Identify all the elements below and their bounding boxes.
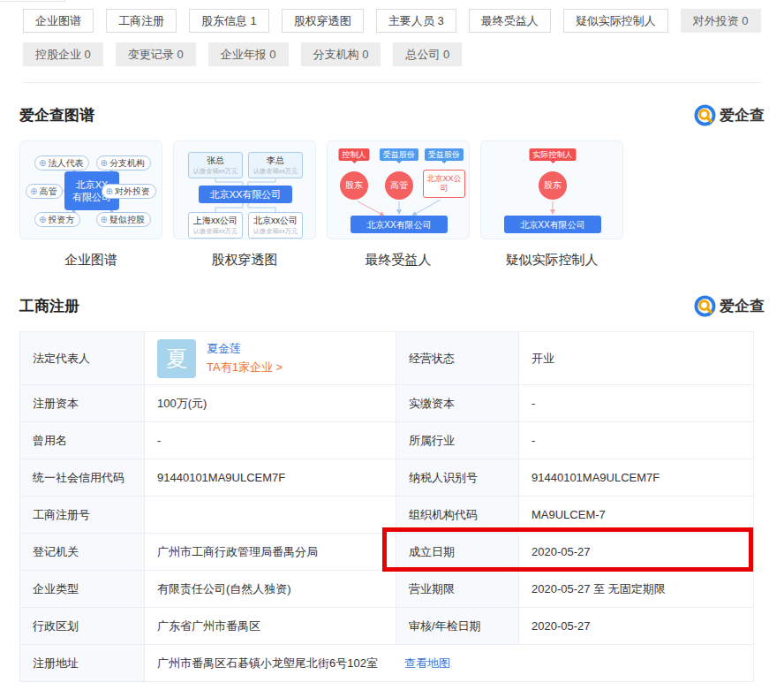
registration-section-title: 工商注册 xyxy=(19,296,79,316)
node-shareholder: 股东 xyxy=(539,171,567,200)
tab-equity-penetration[interactable]: 股权穿透图 xyxy=(282,9,364,33)
tab-change-records[interactable]: 变更记录 0 xyxy=(116,42,196,66)
row-value: - xyxy=(519,422,754,459)
card-ultimate-beneficiary[interactable]: 控制人 受益股份 受益股份 股东 高管 北京XX公司 北京XX有限公司 xyxy=(327,140,470,239)
page: 企业图谱 工商注册 股东信息 1 股权穿透图 主要人员 3 最终受益人 疑似实际… xyxy=(0,0,784,690)
tab-shareholders[interactable]: 股东信息 1 xyxy=(189,9,269,33)
center-company-node: 北京XX有限公司 xyxy=(199,186,292,203)
table-row-establishment-date: 登记机关 广州市工商行政管理局番禺分局 成立日期 2020-05-27 xyxy=(20,534,754,571)
address-cell: 广州市番禺区石碁镇小龙塱尾北街6号102室 查看地图 xyxy=(145,645,754,682)
node-investments: ⊕对外投资 xyxy=(102,184,156,199)
tab-row-2: 控股企业 0 变更记录 0 企业年报 0 分支机构 0 总公司 0 xyxy=(23,42,761,66)
graph-section: 爱企查图谱 爱企查 xyxy=(19,104,765,269)
caption-equity-penetration: 股权穿透图 xyxy=(173,252,316,269)
row-label: 行政区划 xyxy=(20,608,145,645)
caption-ultimate-beneficiary: 最终受益人 xyxy=(327,252,470,269)
node-legal-rep: ⊕法人代表 xyxy=(34,155,89,171)
row-label: 工商注册号 xyxy=(20,497,145,534)
tab-outbound-investment[interactable]: 对外投资 0 xyxy=(681,9,761,33)
aiqicha-logo: 爱企查 xyxy=(694,104,765,126)
tag-controller: 控制人 xyxy=(339,148,370,161)
establishment-date-value: 2020-05-27 xyxy=(519,534,754,571)
registered-address: 广州市番禺区石碁镇小龙塱尾北街6号102室 xyxy=(157,656,378,671)
center-company-node: 北京XX有限公司 xyxy=(504,216,601,233)
card-suspected-controller[interactable]: 实际控制人 股东 北京XX有限公司 xyxy=(480,140,623,239)
row-value: 开业 xyxy=(519,332,754,385)
shareholder-node: 张总 认缴金额xx万元 xyxy=(188,152,243,178)
node-related-company: 北京XX公司 xyxy=(423,170,465,198)
row-label: 审核/年检日期 xyxy=(396,608,519,645)
row-label: 登记机关 xyxy=(20,534,145,571)
row-value: 100万(元) xyxy=(145,385,396,422)
tag-actual-controller: 实际控制人 xyxy=(530,148,577,161)
row-label: 企业类型 xyxy=(20,571,145,608)
subsidiary-node: 上海xx公司 认缴金额xx万元 xyxy=(188,212,243,239)
caption-suspected-controller: 疑似实际控制人 xyxy=(480,252,623,269)
legal-rep-companies-link[interactable]: TA有1家企业 > xyxy=(207,360,283,375)
caption-company-graph: 企业图谱 xyxy=(19,252,162,269)
legal-rep-name-link[interactable]: 夏金莲 xyxy=(207,341,283,357)
shareholder-node: 李总 认缴金额xx万元 xyxy=(248,152,303,178)
divider xyxy=(23,82,761,83)
graph-cards: 北京XX 有限公司 ⊕法人代表 ⊕分支机构 ⊕高管 ⊕对外投资 ⊕投资方 ⊕疑似… xyxy=(19,140,765,239)
top-edge-divider xyxy=(0,0,65,2)
row-label: 组织机构代码 xyxy=(396,497,519,534)
aiqicha-logo: 爱企查 xyxy=(694,295,765,317)
table-row: 行政区划 广东省广州市番禺区 审核/年检日期 2020-05-27 xyxy=(20,608,754,645)
row-label: 所属行业 xyxy=(396,422,519,459)
row-value: - xyxy=(145,422,396,459)
card-company-graph[interactable]: 北京XX 有限公司 ⊕法人代表 ⊕分支机构 ⊕高管 ⊕对外投资 ⊕投资方 ⊕疑似… xyxy=(19,140,162,239)
tab-branches[interactable]: 分支机构 0 xyxy=(301,42,381,66)
graph-section-title: 爱企查图谱 xyxy=(19,105,94,125)
row-label: 经营状态 xyxy=(396,332,519,385)
plus-icon: ⊕ xyxy=(101,158,108,168)
row-label: 注册地址 xyxy=(20,645,145,682)
table-row: 统一社会信用代码 91440101MA9ULCEM7F 纳税人识别号 91440… xyxy=(20,459,754,497)
tag-beneficial-shares: 受益股份 xyxy=(380,148,418,161)
row-value: 广州市工商行政管理局番禺分局 xyxy=(145,534,396,571)
plus-icon: ⊕ xyxy=(39,158,46,168)
tab-key-personnel[interactable]: 主要人员 3 xyxy=(376,9,456,33)
card-captions: 企业图谱 股权穿透图 最终受益人 疑似实际控制人 xyxy=(19,252,765,269)
aiqicha-logo-text: 爱企查 xyxy=(720,296,765,316)
tab-head-office[interactable]: 总公司 0 xyxy=(393,42,462,66)
card-equity-penetration[interactable]: 张总 认缴金额xx万元 李总 认缴金额xx万元 北京XX有限公司 上海xx公司 … xyxy=(173,140,316,239)
row-label: 法定代表人 xyxy=(20,332,145,385)
tab-row-1: 企业图谱 工商注册 股东信息 1 股权穿透图 主要人员 3 最终受益人 疑似实际… xyxy=(23,9,761,33)
view-map-link[interactable]: 查看地图 xyxy=(404,656,450,671)
tab-business-registration[interactable]: 工商注册 xyxy=(106,9,177,33)
tab-bar: 企业图谱 工商注册 股东信息 1 股权穿透图 主要人员 3 最终受益人 疑似实际… xyxy=(0,0,784,83)
node-shareholder: 股东 xyxy=(340,171,368,200)
node-branches: ⊕分支机构 xyxy=(96,155,151,171)
tab-company-graph[interactable]: 企业图谱 xyxy=(23,9,94,33)
registration-section: 工商注册 爱企查 xyxy=(19,295,765,317)
tab-annual-reports[interactable]: 企业年报 0 xyxy=(208,42,289,66)
row-label: 营业期限 xyxy=(396,571,519,608)
aiqicha-logo-icon xyxy=(694,104,716,126)
tab-ultimate-beneficiary[interactable]: 最终受益人 xyxy=(469,9,551,33)
row-value: 广东省广州市番禺区 xyxy=(145,608,396,645)
row-value: MA9ULCEM-7 xyxy=(519,497,754,534)
table-row: 注册资本 100万(元) 实缴资本 - xyxy=(20,385,754,422)
row-label: 纳税人识别号 xyxy=(396,459,519,497)
row-value: 91440101MA9ULCEM7F xyxy=(145,459,396,497)
plus-icon: ⊕ xyxy=(101,215,108,224)
row-label: 成立日期 xyxy=(396,534,519,571)
node-investors: ⊕投资方 xyxy=(34,212,80,227)
table-row: 曾用名 - 所属行业 - xyxy=(20,422,754,459)
row-value: 2020-05-27 至 无固定期限 xyxy=(519,571,754,608)
legal-rep-cell: 夏 夏金莲 TA有1家企业 > xyxy=(145,332,396,385)
row-label: 统一社会信用代码 xyxy=(20,459,145,497)
tab-holding-companies[interactable]: 控股企业 0 xyxy=(23,42,103,66)
row-value: 2020-05-27 xyxy=(519,608,754,645)
tab-suspected-controller[interactable]: 疑似实际控制人 xyxy=(563,9,668,33)
node-executives: ⊕高管 xyxy=(26,184,63,199)
row-value: - xyxy=(519,385,754,422)
row-label: 注册资本 xyxy=(20,385,145,422)
subsidiary-node: 北京xx公司 认缴金额xx万元 xyxy=(248,212,303,239)
aiqicha-logo-text: 爱企查 xyxy=(720,105,765,125)
row-value xyxy=(145,497,396,534)
tag-beneficial-shares: 受益股份 xyxy=(425,148,464,161)
avatar: 夏 xyxy=(157,339,196,378)
table-row: 企业类型 有限责任公司(自然人独资) 营业期限 2020-05-27 至 无固定… xyxy=(20,571,754,608)
